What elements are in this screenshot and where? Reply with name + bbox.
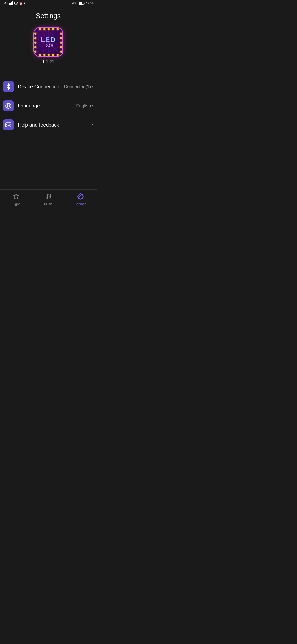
svg-line-37 [9, 125, 10, 126]
language-label: Language [18, 103, 76, 109]
svg-rect-8 [84, 2, 85, 4]
music-nav-label: Music [44, 202, 52, 206]
svg-point-39 [46, 197, 47, 199]
home-icon: ⌂ [27, 2, 28, 5]
language-chevron: › [92, 103, 94, 109]
led-number-label: 1248 [40, 44, 56, 48]
settings-nav-icon [77, 193, 84, 201]
help-feedback-label: Help and feedback [18, 122, 91, 128]
alarm-icon: ⏰ [19, 2, 22, 5]
settings-item-device-connection[interactable]: Device Connection Connected(1) › [0, 77, 96, 96]
bluetooth-icon-wrap [3, 81, 14, 92]
light-nav-label: Light [13, 202, 19, 206]
nav-item-light[interactable]: Light [0, 193, 32, 206]
nav-item-music[interactable]: Music [32, 193, 64, 206]
divider-bottom [0, 134, 96, 134]
help-feedback-chevron: › [92, 122, 94, 128]
bluetooth-icon [5, 84, 12, 90]
settings-item-language[interactable]: Language English › [0, 96, 96, 115]
nav-item-settings[interactable]: Settings [64, 193, 96, 206]
battery-icon [79, 2, 85, 6]
status-left: 4G⁺ ⏰ ✱ ⌂ [3, 2, 28, 6]
signal-icon [9, 2, 13, 6]
envelope-icon [5, 122, 12, 128]
settings-nav-label: Settings [75, 202, 86, 206]
svg-rect-3 [12, 2, 13, 5]
bottom-nav: Light Music Settings [0, 190, 96, 209]
eye-icon [14, 2, 18, 5]
svg-line-36 [6, 125, 7, 126]
svg-rect-7 [79, 2, 82, 4]
svg-point-41 [80, 196, 81, 198]
svg-rect-1 [10, 3, 11, 5]
device-connection-label: Device Connection [18, 84, 64, 90]
svg-point-5 [15, 3, 16, 4]
light-nav-icon [13, 193, 19, 201]
status-right: 54 % 12:58 [70, 2, 94, 6]
device-connection-value: Connected(1) [64, 84, 91, 90]
svg-rect-0 [9, 4, 10, 5]
time-display: 12:58 [86, 2, 94, 5]
status-bar: 4G⁺ ⏰ ✱ ⌂ 54 % 12:58 [0, 0, 96, 7]
app-version: 1.1.21 [42, 60, 54, 65]
svg-rect-2 [11, 2, 12, 5]
network-icon: 4G⁺ [3, 2, 8, 5]
globe-icon-wrap [3, 100, 14, 111]
device-connection-chevron: › [92, 84, 94, 90]
language-value: English [76, 103, 91, 108]
bluetooth-status-icon: ✱ [23, 2, 26, 5]
envelope-icon-wrap [3, 120, 14, 130]
svg-marker-38 [13, 194, 19, 199]
globe-icon [5, 102, 12, 109]
battery-percentage: 54 % [70, 2, 77, 5]
led-text-label: LED [40, 36, 56, 44]
page-title: Settings [0, 7, 96, 27]
settings-list: Device Connection Connected(1) › Languag… [0, 77, 96, 134]
svg-point-40 [49, 197, 51, 198]
app-icon-text: LED 1248 [40, 36, 56, 48]
app-icon: LED 1248 [33, 27, 63, 57]
settings-item-help-feedback[interactable]: Help and feedback › [0, 116, 96, 134]
music-nav-icon [45, 193, 51, 201]
app-icon-section: LED 1248 1.1.21 [0, 27, 96, 74]
